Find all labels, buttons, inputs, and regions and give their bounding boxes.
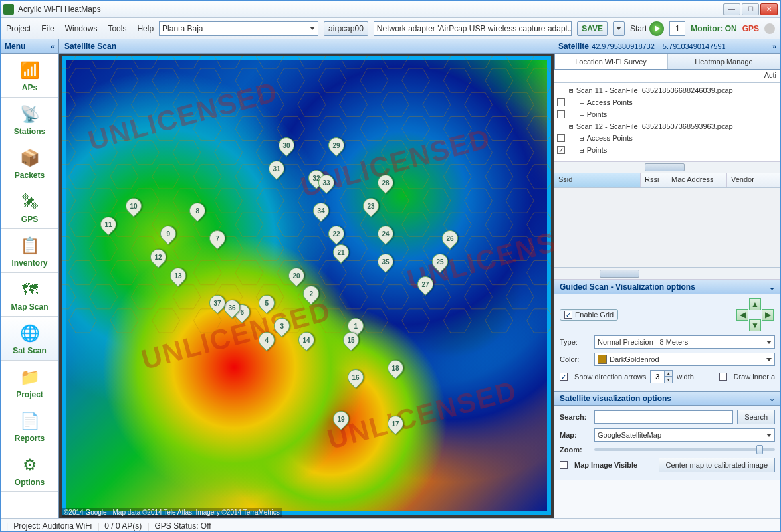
- collapse-icon[interactable]: «: [51, 43, 55, 50]
- col-vendor[interactable]: Vendor: [727, 173, 780, 187]
- map-marker[interactable]: 16: [348, 369, 364, 388]
- map-marker[interactable]: 9: [160, 226, 176, 244]
- tree-checkbox[interactable]: [557, 98, 565, 106]
- arrow-width-spinner[interactable]: ▴▾: [650, 370, 673, 383]
- map-marker[interactable]: 5: [259, 295, 275, 313]
- gps-status-label[interactable]: GPS: [742, 24, 759, 33]
- monitor-status[interactable]: Monitor: ON: [691, 24, 736, 33]
- ssid-scrollbar[interactable]: [554, 268, 780, 280]
- map-marker[interactable]: 7: [209, 230, 225, 249]
- map-marker[interactable]: 20: [288, 268, 304, 286]
- sidebar-item-packets[interactable]: 📦Packets: [1, 141, 58, 185]
- map-marker[interactable]: 11: [100, 217, 116, 235]
- search-input[interactable]: [594, 410, 733, 424]
- map-visible-checkbox[interactable]: [560, 461, 568, 469]
- map-provider-select[interactable]: GoogleSatelliteMap: [594, 428, 775, 442]
- tab-location-survey[interactable]: Location Wi-Fi Survey: [554, 54, 667, 69]
- map-marker[interactable]: 15: [343, 332, 359, 351]
- map-marker[interactable]: 24: [378, 226, 393, 244]
- map-marker[interactable]: 34: [313, 203, 329, 221]
- save-button[interactable]: SAVE: [577, 21, 608, 36]
- map-marker[interactable]: 14: [298, 332, 314, 351]
- map-marker[interactable]: 33: [318, 175, 334, 193]
- map-marker[interactable]: 28: [378, 175, 393, 193]
- scan-child[interactable]: — Access Points: [557, 96, 778, 108]
- sidebar-item-reports[interactable]: 📄Reports: [1, 404, 58, 448]
- sidebar-item-aps[interactable]: 📶APs: [1, 54, 58, 98]
- map-canvas[interactable]: UNLICENSED UNLICENSED UNLICENSED UNLICEN…: [59, 54, 554, 518]
- tree-checkbox[interactable]: [557, 110, 565, 118]
- map-marker[interactable]: 23: [363, 198, 379, 217]
- center-map-button[interactable]: Center map to calibrated image: [659, 458, 775, 472]
- show-arrows-checkbox[interactable]: [560, 373, 568, 381]
- tab-heatmap-manager[interactable]: Heatmap Manage: [667, 54, 780, 69]
- map-marker[interactable]: 18: [388, 360, 403, 379]
- map-marker[interactable]: 2: [303, 286, 319, 304]
- tree-checkbox[interactable]: ✓: [557, 146, 565, 154]
- map-marker[interactable]: 17: [388, 416, 403, 434]
- scan-count[interactable]: 1: [669, 21, 685, 36]
- floor-plan-select[interactable]: Planta Baja: [159, 21, 318, 36]
- sidebar-item-options[interactable]: ⚙Options: [1, 448, 58, 492]
- enable-grid-checkbox[interactable]: [564, 311, 572, 319]
- map-marker[interactable]: 30: [279, 137, 294, 156]
- pan-right-button[interactable]: ▶: [762, 309, 774, 321]
- start-button[interactable]: Start: [630, 21, 664, 36]
- map-marker[interactable]: 8: [189, 203, 205, 221]
- tree-scrollbar[interactable]: [554, 161, 780, 173]
- tree-checkbox[interactable]: [557, 134, 565, 142]
- adapter-button[interactable]: airpcap00: [324, 21, 368, 36]
- precision-type-select[interactable]: Normal Precision - 8 Meters: [594, 335, 775, 349]
- map-marker[interactable]: 37: [209, 295, 225, 313]
- pan-up-button[interactable]: ▲: [749, 298, 761, 310]
- minimize-button[interactable]: —: [723, 3, 740, 15]
- draw-inner-checkbox[interactable]: [719, 373, 727, 381]
- spinner-up[interactable]: ▴: [665, 370, 673, 377]
- guided-scan-section-header[interactable]: Guided Scan - Visualization options⌄: [554, 280, 780, 294]
- sidebar-item-gps[interactable]: 🛰GPS: [1, 185, 58, 229]
- map-marker[interactable]: 22: [328, 226, 344, 244]
- map-marker[interactable]: 21: [333, 244, 349, 263]
- map-marker[interactable]: 13: [170, 268, 186, 286]
- col-mac[interactable]: Mac Address: [667, 173, 727, 187]
- sidebar-item-sat-scan[interactable]: 🌐Sat Scan: [1, 317, 58, 361]
- save-dropdown[interactable]: [613, 21, 625, 36]
- grid-color-select[interactable]: DarkGoldenrod: [594, 353, 775, 366]
- spinner-down[interactable]: ▾: [665, 377, 673, 383]
- scan-tree[interactable]: ⊟ Scan 11 - ScanFile_635218506688246039.…: [554, 83, 780, 161]
- satellite-options-header[interactable]: Satellite visualization options⌄: [554, 391, 780, 406]
- sidebar-item-map-scan[interactable]: 🗺Map Scan: [1, 273, 58, 317]
- map-marker[interactable]: 27: [417, 276, 433, 295]
- maximize-button[interactable]: ☐: [742, 3, 759, 15]
- close-button[interactable]: ✕: [760, 3, 778, 15]
- menu-project[interactable]: Project: [6, 24, 31, 33]
- map-marker[interactable]: 29: [328, 137, 344, 156]
- sidebar-item-inventory[interactable]: 📋Inventory: [1, 229, 58, 273]
- search-button[interactable]: Search: [737, 410, 775, 424]
- map-marker[interactable]: 4: [259, 332, 275, 351]
- menu-tools[interactable]: Tools: [108, 24, 126, 33]
- map-marker[interactable]: 25: [432, 254, 448, 272]
- expand-icon[interactable]: »: [772, 43, 776, 50]
- menu-file[interactable]: File: [41, 24, 54, 33]
- scan-child[interactable]: — Points: [557, 108, 778, 120]
- pan-left-button[interactable]: ◀: [736, 309, 748, 321]
- map-marker[interactable]: 12: [150, 249, 166, 268]
- ssid-table-body[interactable]: [554, 188, 780, 268]
- arrow-width-input[interactable]: [650, 370, 665, 383]
- pan-down-button[interactable]: ▼: [749, 319, 761, 331]
- col-ssid[interactable]: Ssid: [554, 173, 641, 187]
- sidebar-item-project[interactable]: 📁Project: [1, 361, 58, 404]
- col-rssi[interactable]: Rssi: [641, 173, 667, 187]
- menu-windows[interactable]: Windows: [65, 24, 98, 33]
- map-marker[interactable]: 3: [274, 318, 290, 337]
- scan-child[interactable]: ✓⊞ Points: [557, 144, 778, 156]
- map-marker[interactable]: 35: [378, 254, 393, 272]
- adapter-description[interactable]: Network adapter 'AirPcap USB wireless ca…: [374, 21, 572, 36]
- zoom-slider[interactable]: [594, 448, 775, 451]
- map-marker[interactable]: 26: [442, 230, 458, 249]
- map-marker[interactable]: 19: [333, 411, 349, 430]
- menu-help[interactable]: Help: [137, 24, 154, 33]
- map-marker[interactable]: 10: [126, 198, 142, 217]
- sidebar-item-stations[interactable]: 📡Stations: [1, 98, 58, 141]
